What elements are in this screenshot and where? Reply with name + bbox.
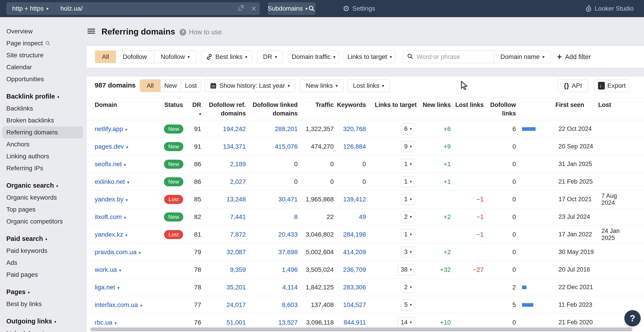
chevron-down-icon[interactable]: ▾ bbox=[125, 233, 128, 238]
sidebar-section-pages[interactable]: Pages▴ bbox=[0, 286, 87, 298]
domain-link[interactable]: work.ua bbox=[95, 266, 117, 273]
domain-link[interactable]: rbc.ua bbox=[95, 319, 112, 326]
links-to-target-select[interactable]: 14▾ bbox=[398, 317, 415, 328]
chevron-down-icon[interactable]: ▾ bbox=[124, 215, 126, 220]
keywords-value[interactable]: 139,412 bbox=[343, 196, 366, 203]
target-url-input[interactable]: holz.ua/ bbox=[54, 5, 238, 12]
protocol-select[interactable]: http + https ▾ bbox=[6, 2, 54, 15]
sidebar-item-referring-domains[interactable]: Referring domains bbox=[2, 126, 83, 138]
sidebar-item-referring-ips[interactable]: Referring IPs bbox=[0, 162, 87, 174]
dofollow-ref-value[interactable]: 7,441 bbox=[230, 213, 246, 220]
links-to-target-select[interactable]: 1▾ bbox=[401, 159, 415, 170]
sidebar-item-calendar[interactable]: Calendar bbox=[0, 61, 87, 73]
dofollow-linked-value[interactable]: 8,603 bbox=[282, 301, 298, 308]
sidebar-item-linking-authors[interactable]: Linking authors bbox=[0, 150, 87, 162]
keywords-value[interactable]: 49 bbox=[359, 213, 366, 220]
dofollow-ref-value[interactable]: 51,001 bbox=[226, 319, 246, 326]
links-to-target-select[interactable]: 6▾ bbox=[401, 124, 415, 134]
links-to-target-select[interactable]: 5▾ bbox=[401, 300, 415, 310]
lost-links-filter[interactable]: Lost links ▾ bbox=[348, 80, 390, 92]
toolbar-segment-all[interactable]: All bbox=[140, 80, 160, 92]
how-to-use-link[interactable]: ? How to use bbox=[180, 28, 222, 36]
sidebar-item-broken-backlinks[interactable]: Broken backlinks bbox=[0, 114, 87, 126]
links-to-target-select[interactable]: 38▾ bbox=[398, 264, 415, 275]
domain-link[interactable]: interfax.com.ua bbox=[95, 301, 138, 308]
keywords-value[interactable]: 320,768 bbox=[343, 126, 366, 132]
filter-best-links-button[interactable]: Best links▾ bbox=[201, 50, 252, 63]
sidebar-item-best-by-links[interactable]: Best by links bbox=[0, 298, 87, 310]
sidebar-section-paid-search[interactable]: Paid search▴ bbox=[0, 233, 87, 245]
export-button[interactable]: Export bbox=[594, 80, 629, 92]
dofollow-linked-value[interactable]: 8 bbox=[294, 213, 298, 220]
dofollow-ref-value[interactable]: 24,017 bbox=[226, 301, 246, 308]
domain-link[interactable]: exlinko.net bbox=[95, 178, 125, 185]
keywords-value[interactable]: 284,198 bbox=[343, 231, 366, 238]
sidebar-item-organic-competitors[interactable]: Organic competitors bbox=[0, 216, 87, 227]
open-external-icon[interactable] bbox=[238, 4, 244, 13]
clear-url-icon[interactable]: ✕ bbox=[251, 5, 256, 13]
keywords-value[interactable]: 844,911 bbox=[344, 319, 366, 326]
dofollow-linked-value[interactable]: 4,114 bbox=[282, 284, 298, 291]
word-or-phrase-input[interactable] bbox=[416, 53, 484, 60]
chevron-down-icon[interactable]: ▾ bbox=[124, 162, 126, 167]
looker-studio-link[interactable]: Looker Studio bbox=[585, 0, 634, 17]
toolbar-segment-lost[interactable]: Lost bbox=[180, 80, 201, 92]
chevron-down-icon[interactable]: ▾ bbox=[119, 268, 121, 273]
new-links-filter[interactable]: New links ▾ bbox=[300, 80, 344, 92]
sidebar-section-backlink-profile[interactable]: Backlink profile▴ bbox=[0, 90, 87, 102]
filter-dr-button[interactable]: DR▾ bbox=[257, 50, 283, 63]
search-scope-select[interactable]: Domain name▾ bbox=[494, 51, 550, 63]
links-to-target-select[interactable]: 1▾ bbox=[401, 176, 415, 187]
chevron-down-icon[interactable]: ▾ bbox=[139, 250, 141, 255]
dofollow-ref-value[interactable]: 13,248 bbox=[226, 196, 246, 203]
sidebar-item-page-inspect[interactable]: Page inspect bbox=[0, 37, 87, 49]
filter-segment-nofollow[interactable]: Nofollow▾ bbox=[154, 51, 197, 63]
sidebar-item-overview[interactable]: Overview bbox=[0, 25, 87, 37]
dofollow-linked-value[interactable]: 1,496 bbox=[282, 266, 298, 273]
domain-link[interactable]: yandex.kz bbox=[95, 231, 123, 238]
dofollow-ref-value[interactable]: 194,242 bbox=[223, 126, 246, 132]
dofollow-ref-value[interactable]: 9,359 bbox=[230, 266, 246, 273]
dofollow-ref-value[interactable]: 7,872 bbox=[230, 231, 246, 238]
sidebar-section-outgoing-links[interactable]: Outgoing links▴ bbox=[0, 315, 87, 327]
chevron-down-icon[interactable]: ▾ bbox=[126, 145, 128, 150]
dofollow-ref-value[interactable]: 35,201 bbox=[226, 284, 246, 291]
links-to-target-select[interactable]: 2▾ bbox=[401, 212, 415, 222]
sidebar-item-opportunities[interactable]: Opportunities bbox=[0, 73, 87, 85]
dofollow-ref-value[interactable]: 134,371 bbox=[223, 143, 246, 150]
dofollow-ref-value[interactable]: 32,087 bbox=[226, 248, 246, 256]
domain-link[interactable]: seoflx.net bbox=[95, 160, 122, 168]
mode-select[interactable]: Subdomains ▾ bbox=[268, 2, 308, 15]
domain-link[interactable]: yandex.by bbox=[95, 196, 124, 203]
dofollow-linked-value[interactable]: 13,527 bbox=[278, 319, 298, 326]
run-search-button[interactable] bbox=[308, 2, 316, 15]
sidebar-item-top-pages[interactable]: Top pages bbox=[0, 204, 87, 216]
links-to-target-select[interactable]: 9▾ bbox=[401, 141, 415, 152]
domain-link[interactable]: netlify.app bbox=[95, 126, 123, 132]
links-to-target-select[interactable]: 3▾ bbox=[401, 247, 415, 258]
dofollow-linked-value[interactable]: 30,471 bbox=[278, 196, 298, 203]
chevron-down-icon[interactable]: ▾ bbox=[127, 180, 129, 185]
chevron-down-icon[interactable]: ▾ bbox=[140, 303, 142, 308]
help-fab-button[interactable]: ? bbox=[624, 310, 640, 326]
filter-segment-dofollow[interactable]: Dofollow bbox=[116, 51, 154, 63]
sidebar-item-ads[interactable]: Ads bbox=[0, 257, 87, 268]
domain-link[interactable]: pravda.com.ua bbox=[95, 248, 136, 256]
chevron-down-icon[interactable]: ▾ bbox=[125, 127, 128, 132]
api-button[interactable]: {} API bbox=[558, 80, 588, 92]
sidebar-section-organic-search[interactable]: Organic search▴ bbox=[0, 180, 87, 192]
sidebar-item-site-structure[interactable]: Site structure bbox=[0, 49, 87, 61]
dofollow-linked-value[interactable]: 415,076 bbox=[275, 143, 298, 150]
chevron-down-icon[interactable]: ▾ bbox=[117, 286, 119, 290]
dofollow-ref-value[interactable]: 2,189 bbox=[230, 160, 246, 168]
keywords-value[interactable]: 104,527 bbox=[343, 301, 366, 308]
keywords-value[interactable]: 236,709 bbox=[343, 266, 366, 273]
dofollow-linked-value[interactable]: 288,201 bbox=[275, 126, 298, 132]
horizontal-scrollbar[interactable] bbox=[90, 328, 632, 331]
chevron-down-icon[interactable]: ▾ bbox=[126, 198, 128, 202]
sidebar-item-organic-keywords[interactable]: Organic keywords bbox=[0, 192, 87, 204]
keywords-value[interactable]: 414,209 bbox=[343, 248, 366, 256]
collapse-sidebar-icon[interactable] bbox=[88, 29, 95, 34]
keywords-value[interactable]: 283,306 bbox=[343, 284, 366, 291]
column-header-dr[interactable]: DR▾ bbox=[190, 100, 201, 118]
